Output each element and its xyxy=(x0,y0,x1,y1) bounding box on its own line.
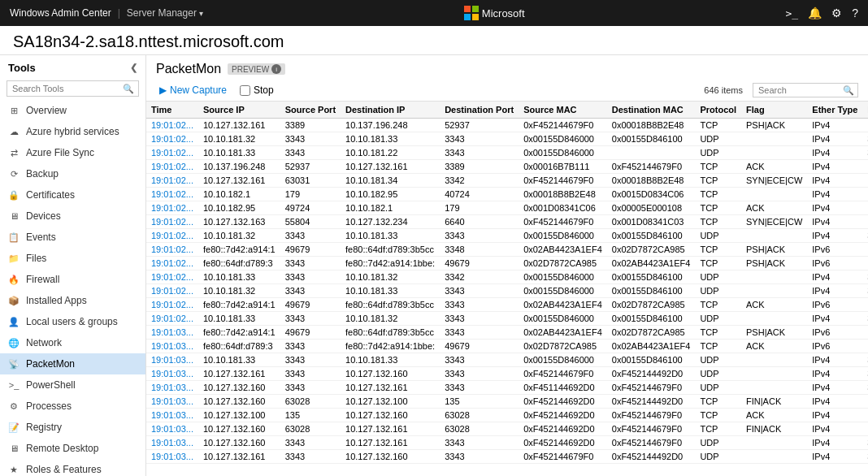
table-row[interactable]: 19:01:03...10.127.132.1606302810.127.132… xyxy=(146,395,868,409)
cell-time[interactable]: 19:01:02... xyxy=(146,146,198,160)
new-capture-button[interactable]: ▶ New Capture xyxy=(156,83,230,97)
table-row[interactable]: 19:01:03...10.127.132.161334310.127.132.… xyxy=(146,367,868,381)
settings-icon[interactable]: ⚙ xyxy=(831,6,842,19)
cell-time[interactable]: 19:01:03... xyxy=(146,422,198,436)
server-manager-btn[interactable]: Server Manager ▾ xyxy=(127,7,203,19)
table-row[interactable]: 19:01:02...10.10.181.33334310.10.181.323… xyxy=(146,312,868,326)
cell-time[interactable]: 19:01:02... xyxy=(146,188,198,201)
table-row[interactable]: 19:01:02...10.127.132.161338910.137.196.… xyxy=(146,119,868,132)
table-row[interactable]: 19:01:02...10.10.182.954972410.10.182.11… xyxy=(146,201,868,215)
sidebar-item-firewall[interactable]: 🔥Firewall xyxy=(0,269,145,290)
cell-time[interactable]: 19:01:03... xyxy=(146,381,198,395)
table-row[interactable]: 19:01:02...10.127.132.1616303110.10.181.… xyxy=(146,174,868,188)
notification-icon[interactable]: 🔔 xyxy=(808,6,822,19)
cell-time[interactable]: 19:01:02... xyxy=(146,215,198,229)
sidebar-item-registry[interactable]: 📝Registry xyxy=(0,417,145,438)
sidebar-item-events[interactable]: 📋Events xyxy=(0,227,145,248)
col-time[interactable]: Time xyxy=(146,102,198,119)
cell-time[interactable]: 19:01:02... xyxy=(146,257,198,270)
table-row[interactable]: 19:01:03...10.127.132.160334310.127.132.… xyxy=(146,436,868,450)
table-row[interactable]: 19:01:02...10.10.181.32334310.10.181.333… xyxy=(146,284,868,298)
cell-source-port: 63028 xyxy=(280,422,341,436)
sidebar-item-local-users-&-groups[interactable]: 👤Local users & groups xyxy=(0,311,145,332)
sidebar-item-packetmon[interactable]: 📡PacketMon xyxy=(0,353,145,374)
col-ether-type[interactable]: Ether Type xyxy=(807,102,862,119)
table-row[interactable]: 19:01:02...10.10.182.117910.10.182.95407… xyxy=(146,188,868,201)
col-flag[interactable]: Flag xyxy=(741,102,807,119)
sidebar-item-certificates[interactable]: 🔒Certificates xyxy=(0,184,145,206)
sidebar-item-azure-hybrid-services[interactable]: ☁Azure hybrid services xyxy=(0,121,145,142)
cell-time[interactable]: 19:01:03... xyxy=(146,367,198,381)
cell-time[interactable]: 19:01:03... xyxy=(146,450,198,464)
col-filter[interactable]: Filter xyxy=(862,102,868,119)
table-row[interactable]: 19:01:02...10.127.132.1635580410.127.132… xyxy=(146,215,868,229)
stop-label[interactable]: Stop xyxy=(254,84,274,96)
cell-time[interactable]: 19:01:03... xyxy=(146,340,198,353)
cell-time[interactable]: 19:01:02... xyxy=(146,312,198,326)
cell-time[interactable]: 19:01:02... xyxy=(146,298,198,312)
cell-time[interactable]: 19:01:02... xyxy=(146,119,198,132)
sidebar-item-roles-&-features[interactable]: ★Roles & Features xyxy=(0,459,145,476)
app-title[interactable]: Windows Admin Center xyxy=(10,7,111,19)
sidebar-item-remote-desktop[interactable]: 🖥Remote Desktop xyxy=(0,438,145,459)
table-row[interactable]: 19:01:03...fe80::64df:d789:33343fe80::7d… xyxy=(146,340,868,353)
table-row[interactable]: 19:01:02...fe80::7d42:a914:149679fe80::6… xyxy=(146,298,868,312)
sidebar-item-files[interactable]: 📁Files xyxy=(0,248,145,269)
cell-time[interactable]: 19:01:02... xyxy=(146,270,198,284)
cell-time[interactable]: 19:01:03... xyxy=(146,436,198,450)
cell-destination-port: 63028 xyxy=(440,409,519,422)
sidebar-item-processes[interactable]: ⚙Processes xyxy=(0,396,145,417)
cell-time[interactable]: 19:01:02... xyxy=(146,160,198,174)
table-row[interactable]: 19:01:02...fe80::7d42:a914:149679fe80::6… xyxy=(146,243,868,257)
sidebar-collapse-btn[interactable]: ❮ xyxy=(130,63,137,73)
col-protocol[interactable]: Protocol xyxy=(695,102,741,119)
cell-time[interactable]: 19:01:03... xyxy=(146,409,198,422)
sidebar-item-backup[interactable]: ⟳Backup xyxy=(0,163,145,184)
cell-time[interactable]: 19:01:03... xyxy=(146,326,198,340)
cell-time[interactable]: 19:01:03... xyxy=(146,353,198,367)
table-row[interactable]: 19:01:02...10.10.181.32334310.10.181.333… xyxy=(146,229,868,243)
table-row[interactable]: 19:01:03...10.127.132.160334310.127.132.… xyxy=(146,381,868,395)
cell-time[interactable]: 19:01:02... xyxy=(146,243,198,257)
table-header: TimeSource IPSource PortDestination IPDe… xyxy=(146,102,868,119)
cell-flag xyxy=(741,284,807,298)
table-row[interactable]: 19:01:03...10.127.132.1606302810.127.132… xyxy=(146,422,868,436)
col-source-port[interactable]: Source Port xyxy=(280,102,341,119)
terminal-icon[interactable]: >_ xyxy=(786,7,799,19)
search-tools-input[interactable] xyxy=(7,80,139,97)
cell-time[interactable]: 19:01:02... xyxy=(146,229,198,243)
stop-checkbox[interactable] xyxy=(240,85,250,96)
table-row[interactable]: 19:01:03...fe80::7d42:a914:149679fe80::6… xyxy=(146,326,868,340)
preview-info-icon[interactable]: i xyxy=(271,64,281,74)
table-row[interactable]: 19:01:02...fe80::64df:d789:33343fe80::7d… xyxy=(146,257,868,270)
table-row[interactable]: 19:01:02...10.137.196.2485293710.127.132… xyxy=(146,160,868,174)
sidebar-item-azure-file-sync[interactable]: ⇄Azure File Sync xyxy=(0,142,145,163)
cell-time[interactable]: 19:01:02... xyxy=(146,174,198,188)
cell-time[interactable]: 19:01:03... xyxy=(146,395,198,409)
sidebar-item-overview[interactable]: ⊞Overview xyxy=(0,100,145,121)
cell-destination-port: 3343 xyxy=(440,132,519,146)
cell-destination-port: 3343 xyxy=(440,436,519,450)
cell-time[interactable]: 19:01:02... xyxy=(146,284,198,298)
table-row[interactable]: 19:01:02...10.10.181.33334310.10.181.323… xyxy=(146,270,868,284)
sidebar-icon-5: 🖥 xyxy=(8,210,20,222)
table-row[interactable]: 19:01:02...10.10.181.32334310.10.181.333… xyxy=(146,132,868,146)
sidebar-item-network[interactable]: 🌐Network xyxy=(0,332,145,353)
table-row[interactable]: 19:01:02...10.10.181.33334310.10.181.223… xyxy=(146,146,868,160)
sidebar-item-installed-apps[interactable]: 📦Installed Apps xyxy=(0,290,145,311)
cell-source-mac: 0xF452144692D0 xyxy=(519,436,607,450)
sidebar-item-powershell[interactable]: >_PowerShell xyxy=(0,374,145,396)
table-row[interactable]: 19:01:03...10.127.132.161334310.127.132.… xyxy=(146,450,868,464)
cell-source-mac: 0xF452144679F0 xyxy=(519,119,607,132)
cell-time[interactable]: 19:01:02... xyxy=(146,132,198,146)
col-source-mac[interactable]: Source MAC xyxy=(519,102,607,119)
cell-time[interactable]: 19:01:02... xyxy=(146,201,198,215)
col-destination-mac[interactable]: Destination MAC xyxy=(607,102,696,119)
col-source-ip[interactable]: Source IP xyxy=(198,102,280,119)
sidebar-item-devices[interactable]: 🖥Devices xyxy=(0,206,145,227)
help-icon[interactable]: ? xyxy=(852,6,858,19)
col-destination-ip[interactable]: Destination IP xyxy=(341,102,440,119)
table-row[interactable]: 19:01:03...10.127.132.10013510.127.132.1… xyxy=(146,409,868,422)
table-row[interactable]: 19:01:03...10.10.181.33334310.10.181.333… xyxy=(146,353,868,367)
col-destination-port[interactable]: Destination Port xyxy=(440,102,519,119)
